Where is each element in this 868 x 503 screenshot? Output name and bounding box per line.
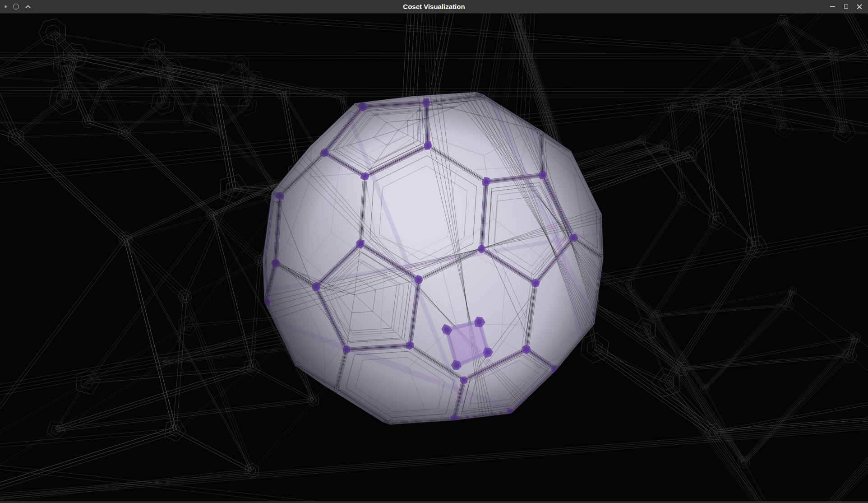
app-window: Coset Visualization [0,0,868,503]
dot-icon[interactable] [5,5,7,8]
chevron-up-icon[interactable] [25,5,31,9]
titlebar: Coset Visualization [0,0,868,14]
window-title: Coset Visualization [0,0,868,13]
circle-icon[interactable] [13,4,19,9]
maximize-button[interactable] [840,0,852,14]
titlebar-left-icons [0,4,31,9]
maximize-icon [844,5,848,9]
visualization-canvas[interactable] [0,14,868,501]
window-bottom-border [0,501,868,503]
close-icon [856,4,863,10]
close-button[interactable] [854,0,865,14]
minimize-icon [830,6,835,7]
minimize-button[interactable] [826,0,838,14]
window-controls [826,0,868,14]
